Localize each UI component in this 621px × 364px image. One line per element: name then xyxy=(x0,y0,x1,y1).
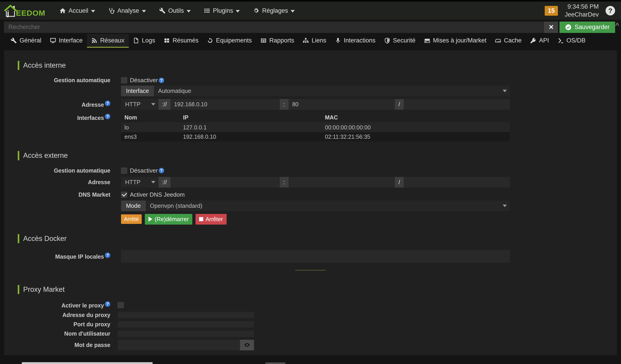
tab-liens[interactable]: Liens xyxy=(298,34,331,48)
nav-item-accueil[interactable]: Accueil xyxy=(59,7,95,14)
host-input-externe[interactable] xyxy=(171,177,280,188)
clock-user-block: 9:34:56 PM JeeCharDev xyxy=(565,3,599,19)
microphone-icon xyxy=(335,37,341,44)
tab-interface[interactable]: Interface xyxy=(46,34,87,48)
restart-dns-button[interactable]: (Re)démarrer xyxy=(145,214,192,225)
house-logo-icon: j xyxy=(3,4,18,17)
proxy-password-input[interactable] xyxy=(118,340,240,350)
masque-ip-input[interactable] xyxy=(121,250,510,263)
path-input-interne[interactable] xyxy=(404,99,510,110)
table-row: lo 127.0.0.1 00:00:00:00:00:00 xyxy=(121,123,510,132)
tab-os-db[interactable]: OS/DB xyxy=(553,34,590,48)
help-tooltip-icon[interactable]: ? xyxy=(105,301,110,307)
path-separator: / xyxy=(395,177,404,188)
tab-reseaux[interactable]: Réseaux xyxy=(87,34,129,48)
activer-proxy-checkbox[interactable] xyxy=(118,302,124,308)
settings-tabbar: Général Interface Réseaux Logs Résumés E… xyxy=(0,34,621,48)
table-row: ens3 192.168.0.10 02:11:32:21:56:35 xyxy=(121,132,510,141)
scheme-separator: :// xyxy=(158,99,171,110)
help-tooltip-icon[interactable]: ? xyxy=(159,168,164,173)
section-divider xyxy=(295,270,326,270)
row-adresse-interne: Adresse? HTTP :// : / xyxy=(4,99,617,110)
help-icon[interactable]: ? xyxy=(605,6,615,16)
section-title-proxy-market: Proxy Market xyxy=(18,285,617,294)
scroll-top-icon[interactable]: ^ xyxy=(615,22,619,29)
jeedom-logo[interactable]: j EEDOM xyxy=(3,4,45,17)
interfaces-label: Interfaces? xyxy=(4,114,110,121)
desactiver-checkbox-interne[interactable] xyxy=(121,77,127,83)
help-tooltip-icon[interactable]: ? xyxy=(105,253,110,258)
proxy-username-input[interactable] xyxy=(118,330,254,337)
mode-addon: Mode xyxy=(121,201,146,211)
nav-item-reglages[interactable]: Réglages xyxy=(253,7,295,14)
row-masque-ip: Masque IP locales? xyxy=(4,250,617,263)
tab-securite[interactable]: Securité xyxy=(380,34,420,48)
navbar: j EEDOM Accueil Analyse Outils Plugins R… xyxy=(0,1,621,20)
desactiver-label: Désactiver xyxy=(130,77,158,84)
help-tooltip-icon[interactable]: ? xyxy=(105,114,110,119)
help-tooltip-icon[interactable]: ? xyxy=(105,101,110,106)
wrench-icon xyxy=(11,37,17,44)
dns-status-badge: Arrêté xyxy=(121,214,142,224)
username[interactable]: JeeCharDev xyxy=(565,11,599,19)
chevron-down-icon xyxy=(503,205,507,207)
port-input-interne[interactable] xyxy=(289,99,395,110)
tab-general[interactable]: Général xyxy=(6,34,46,48)
home-icon xyxy=(59,7,66,14)
help-tooltip-icon[interactable]: ? xyxy=(159,78,164,83)
save-button[interactable]: Sauvegarder xyxy=(559,22,615,33)
nav-item-analyse[interactable]: Analyse xyxy=(108,7,146,14)
gestion-automatique-label: Gestion automatique xyxy=(4,167,110,174)
tab-logs[interactable]: Logs xyxy=(129,34,160,48)
tab-resumes[interactable]: Résumés xyxy=(159,34,203,48)
host-input-interne[interactable] xyxy=(171,99,280,110)
sitemap-icon xyxy=(303,37,309,44)
row-password-proxy: Mot de passe xyxy=(4,340,617,350)
tab-equipements[interactable]: Equipements xyxy=(203,34,256,48)
protocol-select-interne[interactable]: HTTP xyxy=(121,99,158,110)
chevron-down-icon xyxy=(142,10,146,13)
gear-icon xyxy=(253,7,259,14)
toggle-password-visibility-button[interactable] xyxy=(240,340,254,350)
clock: 9:34:56 PM xyxy=(565,3,599,11)
protocol-select-externe[interactable]: HTTP xyxy=(121,177,158,188)
proxy-address-input[interactable] xyxy=(118,312,254,318)
nav-item-plugins[interactable]: Plugins xyxy=(204,7,240,14)
clear-search-button[interactable]: ✕ xyxy=(544,22,558,33)
tab-interactions[interactable]: Interactions xyxy=(331,34,380,48)
interface-select[interactable]: Automatique xyxy=(154,86,510,96)
stethoscope-icon xyxy=(108,7,115,14)
interface-addon: Interface xyxy=(121,86,154,96)
tab-rapports[interactable]: Rapports xyxy=(256,34,299,48)
interfaces-table-header: Nom IP MAC xyxy=(121,112,510,123)
search-input[interactable] xyxy=(4,22,544,33)
row-mode-select: Mode Openvpn (standard) xyxy=(4,201,617,211)
activer-dns-checkbox[interactable] xyxy=(121,192,127,198)
proxy-port-input[interactable] xyxy=(118,321,254,328)
adresse-interne-label: Adresse? xyxy=(4,101,110,108)
tab-mises-a-jour-market[interactable]: Mises à jour/Market xyxy=(420,34,491,48)
stop-dns-button[interactable]: Arrêter xyxy=(195,214,226,225)
tab-cache[interactable]: Cache xyxy=(491,34,526,48)
port-input-externe[interactable] xyxy=(289,177,395,188)
tab-api[interactable]: API xyxy=(526,34,553,48)
network-settings-panel: Accès interne Gestion automatique Désact… xyxy=(4,51,617,355)
sync-icon xyxy=(207,37,213,44)
section-title-acces-docker: Accès Docker xyxy=(18,234,617,243)
desactiver-checkbox-externe[interactable] xyxy=(121,168,127,174)
nav-item-outils[interactable]: Outils xyxy=(159,7,191,14)
chevron-down-icon xyxy=(151,103,155,105)
mode-select[interactable]: Openvpn (standard) xyxy=(146,201,510,211)
hdd-icon xyxy=(495,37,501,44)
row-interfaces-table: Interfaces? Nom IP MAC lo 127.0.0.1 00:0… xyxy=(4,112,617,141)
brand-text: EEDOM xyxy=(16,9,45,17)
notification-badge[interactable]: 15 xyxy=(545,6,558,16)
desactiver-label: Désactiver xyxy=(130,167,158,174)
footer-bar xyxy=(22,362,153,364)
activer-proxy-label: Activer le proxy? xyxy=(4,301,110,309)
chevron-down-icon xyxy=(91,10,95,13)
row-user-proxy: Nom d'utilisateur xyxy=(4,330,617,337)
gestion-automatique-label: Gestion automatique xyxy=(4,77,110,84)
section-title-acces-externe: Accès externe xyxy=(18,151,617,160)
path-input-externe[interactable] xyxy=(404,177,510,188)
